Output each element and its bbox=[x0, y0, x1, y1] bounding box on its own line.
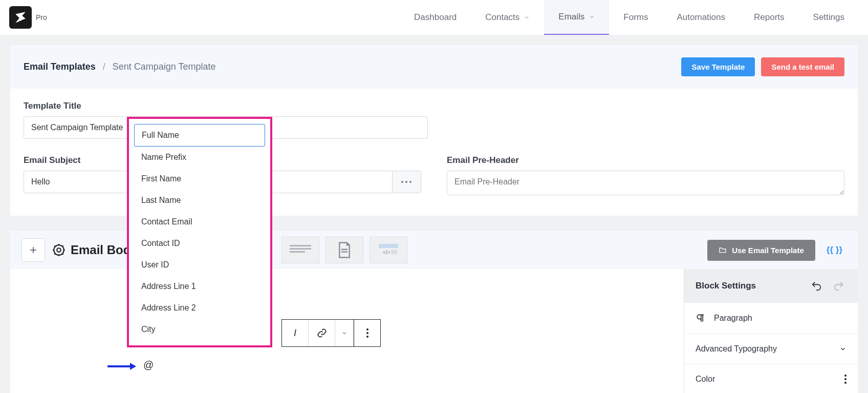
svg-point-15 bbox=[366, 336, 368, 338]
subject-shortcode-button[interactable] bbox=[392, 171, 421, 193]
nav-forms[interactable]: Forms bbox=[609, 0, 662, 35]
main: Email Templates / Sent Campaign Template… bbox=[0, 35, 868, 393]
gear-icon bbox=[52, 243, 66, 257]
nav-settings[interactable]: Settings bbox=[799, 0, 859, 35]
nav-reports[interactable]: Reports bbox=[740, 0, 799, 35]
editor-canvas[interactable]: I @ bbox=[10, 269, 684, 393]
kebab-icon bbox=[844, 375, 847, 384]
nav-contacts[interactable]: Contacts bbox=[471, 0, 544, 35]
svg-point-1 bbox=[405, 181, 407, 183]
chevron-down-icon bbox=[839, 345, 847, 353]
svg-rect-8 bbox=[341, 249, 348, 250]
folder-icon bbox=[719, 246, 727, 254]
dropdown-item-first-name[interactable]: First Name bbox=[134, 168, 265, 190]
annotation-arrow-icon bbox=[107, 361, 136, 371]
header-actions: Save Template Send a test email bbox=[681, 57, 844, 76]
svg-point-14 bbox=[366, 332, 368, 334]
layout-thumb-code[interactable]: </> bbox=[370, 237, 407, 263]
shortcode-braces-button[interactable]: {{ }} bbox=[822, 245, 847, 255]
redo-button[interactable] bbox=[831, 278, 847, 294]
dropdown-item-city[interactable]: City bbox=[134, 319, 265, 340]
dropdown-item-name-prefix[interactable]: Name Prefix bbox=[134, 147, 265, 168]
dropdown-item-contact-id[interactable]: Contact ID bbox=[134, 233, 265, 254]
chevron-down-icon bbox=[589, 14, 595, 20]
nav-dashboard[interactable]: Dashboard bbox=[400, 0, 471, 35]
link-icon bbox=[317, 328, 327, 338]
breadcrumb-separator: / bbox=[96, 61, 113, 72]
dropdown-item-address-2[interactable]: Address Line 2 bbox=[134, 297, 265, 319]
brand: Pro bbox=[9, 6, 47, 29]
svg-rect-10 bbox=[379, 244, 398, 248]
svg-rect-6 bbox=[290, 248, 311, 250]
svg-point-20 bbox=[844, 382, 847, 384]
block-settings-sidebar: Block Settings Paragraph Advanced Typogr… bbox=[684, 269, 858, 393]
italic-button[interactable]: I bbox=[282, 320, 309, 346]
send-test-email-button[interactable]: Send a test email bbox=[761, 57, 844, 76]
svg-rect-5 bbox=[290, 245, 311, 246]
svg-point-2 bbox=[409, 181, 411, 183]
svg-rect-9 bbox=[341, 251, 348, 252]
template-title-label: Template Title bbox=[24, 101, 428, 111]
add-block-button[interactable] bbox=[21, 238, 45, 262]
dropdown-item-user-id[interactable]: User ID bbox=[134, 254, 265, 276]
redo-icon bbox=[833, 280, 844, 292]
block-settings-title: Block Settings bbox=[696, 281, 756, 291]
block-type-row[interactable]: Paragraph bbox=[684, 303, 858, 334]
svg-rect-7 bbox=[290, 251, 305, 253]
use-email-template-button[interactable]: Use Email Template bbox=[707, 240, 815, 261]
save-template-button[interactable]: Save Template bbox=[681, 57, 755, 76]
dropdown-item-contact-email[interactable]: Contact Email bbox=[134, 211, 265, 233]
email-preheader-label: Email Pre-Header bbox=[447, 155, 844, 166]
email-preheader-input[interactable] bbox=[447, 171, 844, 195]
email-body-title: Email Body bbox=[52, 243, 138, 257]
block-toolbar: I bbox=[281, 319, 381, 347]
mention-dropdown: Full Name Name Prefix First Name Last Na… bbox=[127, 117, 272, 347]
nav-emails[interactable]: Emails bbox=[544, 0, 609, 35]
svg-text:</>: </> bbox=[383, 250, 390, 255]
breadcrumb-current: Sent Campaign Template bbox=[113, 61, 216, 72]
more-formats-button[interactable] bbox=[335, 320, 354, 346]
top-bar: Pro Dashboard Contacts Emails Forms Auto… bbox=[0, 0, 868, 35]
svg-rect-12 bbox=[391, 250, 397, 254]
nav-automations[interactable]: Automations bbox=[663, 0, 740, 35]
paragraph-icon bbox=[696, 313, 706, 323]
svg-point-18 bbox=[844, 375, 847, 377]
chevron-down-icon bbox=[524, 14, 530, 20]
layout-thumb-doc[interactable] bbox=[326, 237, 363, 263]
dropdown-item-full-name[interactable]: Full Name bbox=[134, 124, 265, 147]
dropdown-item-last-name[interactable]: Last Name bbox=[134, 190, 265, 211]
chevron-down-icon bbox=[341, 330, 348, 336]
undo-button[interactable] bbox=[809, 278, 824, 294]
block-more-button[interactable] bbox=[354, 320, 380, 346]
ellipsis-icon bbox=[401, 180, 412, 183]
undo-icon bbox=[811, 280, 822, 292]
color-row[interactable]: Color bbox=[684, 364, 858, 393]
layout-thumbnails: </> bbox=[281, 237, 407, 263]
kebab-icon bbox=[366, 328, 368, 338]
advanced-typography-row[interactable]: Advanced Typography bbox=[684, 334, 858, 364]
breadcrumb-root[interactable]: Email Templates bbox=[24, 61, 96, 72]
mention-trigger: @ bbox=[143, 359, 154, 371]
svg-point-13 bbox=[366, 328, 368, 330]
svg-marker-17 bbox=[130, 363, 136, 370]
brand-logo bbox=[9, 6, 32, 29]
link-button[interactable] bbox=[309, 320, 335, 346]
top-nav: Dashboard Contacts Emails Forms Automati… bbox=[400, 0, 859, 35]
block-settings-header: Block Settings bbox=[684, 269, 858, 303]
svg-point-4 bbox=[57, 248, 61, 252]
page-header: Email Templates / Sent Campaign Template… bbox=[10, 45, 858, 89]
brand-pro-label: Pro bbox=[36, 13, 47, 22]
svg-point-0 bbox=[401, 181, 403, 183]
svg-point-19 bbox=[844, 378, 847, 380]
plus-icon bbox=[29, 245, 38, 255]
layout-thumb-text[interactable] bbox=[281, 237, 319, 263]
brand-logo-icon bbox=[14, 11, 27, 24]
dropdown-item-address-1[interactable]: Address Line 1 bbox=[134, 276, 265, 297]
